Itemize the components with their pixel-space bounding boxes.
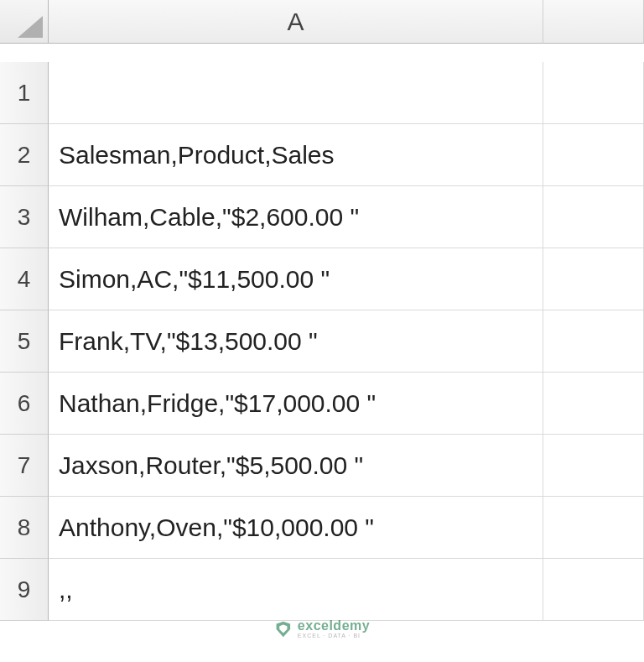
cell-A3[interactable]: Wilham,Cable,"$2,600.00 " (49, 186, 543, 248)
row-header-6[interactable]: 6 (0, 373, 49, 435)
cell-A2[interactable]: Salesman,Product,Sales (49, 124, 543, 186)
cell-B6[interactable] (543, 373, 644, 435)
spreadsheet-grid: A 1 2 Salesman,Product,Sales 3 Wilham,Ca… (0, 0, 644, 621)
row-header-7[interactable]: 7 (0, 435, 49, 497)
cell-B8[interactable] (543, 497, 644, 559)
cell-B1[interactable] (543, 62, 644, 124)
row-header-8[interactable]: 8 (0, 497, 49, 559)
cell-A7[interactable]: Jaxson,Router,"$5,500.00 " (49, 435, 543, 497)
column-header-next[interactable] (543, 0, 644, 44)
cell-B3[interactable] (543, 186, 644, 248)
select-all-corner[interactable] (0, 0, 49, 44)
watermark: exceldemy EXCEL · DATA · BI (274, 619, 370, 639)
cell-B2[interactable] (543, 124, 644, 186)
watermark-sub-label: EXCEL · DATA · BI (298, 633, 370, 639)
cell-B5[interactable] (543, 310, 644, 373)
cell-A8[interactable]: Anthony,Oven,"$10,000.00 " (49, 497, 543, 559)
cell-B9[interactable] (543, 559, 644, 621)
row-header-4[interactable]: 4 (0, 248, 49, 310)
cell-B7[interactable] (543, 435, 644, 497)
watermark-main-label: exceldemy (298, 619, 370, 633)
cell-A6[interactable]: Nathan,Fridge,"$17,000.00 " (49, 373, 543, 435)
row-header-5[interactable]: 5 (0, 310, 49, 373)
column-header-A[interactable]: A (49, 0, 543, 44)
cell-B4[interactable] (543, 248, 644, 310)
watermark-text: exceldemy EXCEL · DATA · BI (298, 619, 370, 639)
row-header-3[interactable]: 3 (0, 186, 49, 248)
cell-A4[interactable]: Simon,AC,"$11,500.00 " (49, 248, 543, 310)
row-header-9[interactable]: 9 (0, 559, 49, 621)
row-header-2[interactable]: 2 (0, 124, 49, 186)
row-header-1[interactable]: 1 (0, 62, 49, 124)
cell-A5[interactable]: Frank,TV,"$13,500.00 " (49, 310, 543, 373)
watermark-logo-icon (274, 620, 293, 639)
cell-A1[interactable] (49, 62, 543, 124)
cell-A9[interactable]: ,, (49, 559, 543, 621)
